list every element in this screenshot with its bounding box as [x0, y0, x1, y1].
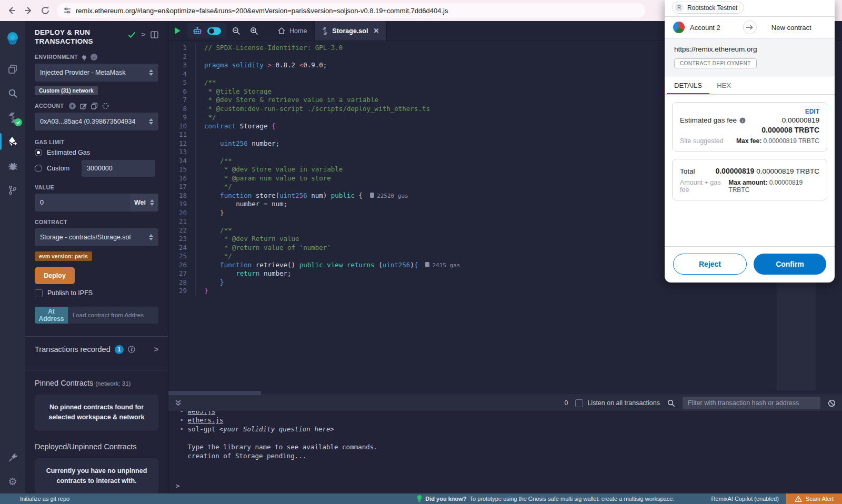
chevron-right-icon[interactable]: > [154, 345, 158, 354]
tx-type-badge: CONTRACT DEPLOYMENT [674, 58, 757, 68]
zoom-out-icon[interactable] [227, 21, 245, 41]
value-unit-select[interactable]: Wei [130, 194, 158, 211]
terminal-line: creation of Storage pending... [176, 451, 842, 460]
copilot-status[interactable]: RemixAI Copilot (enabled) [711, 496, 778, 502]
terminal-line: Type the library name to see available c… [176, 442, 842, 451]
terminal-line: • web3.js [176, 411, 842, 416]
publish-ipfs-checkbox[interactable] [35, 289, 43, 297]
info-icon[interactable]: i [739, 117, 746, 124]
site-suggested-label: Site suggested [680, 137, 724, 145]
add-account-icon[interactable] [69, 103, 76, 109]
custom-gas-input[interactable] [82, 160, 155, 177]
gas-limit-label: GAS LIMIT [35, 139, 65, 145]
transactions-recorded-row[interactable]: Transactions recorded 1 i > [25, 337, 168, 362]
gas-fee-value: 0.00000819 [782, 116, 819, 124]
at-address-button[interactable]: At Address [35, 307, 68, 324]
evm-version-badge: evm version: paris [35, 251, 92, 261]
scam-alert-button[interactable]: Scam Alert [786, 493, 842, 504]
edit-gas-link[interactable]: EDIT [680, 108, 819, 115]
value-input[interactable] [35, 194, 130, 211]
collapse-terminal-icon[interactable] [175, 399, 182, 407]
terminal-body[interactable]: • web3.js • ethers.js • sol-gpt <your So… [168, 411, 842, 493]
listen-all-transactions-label: Listen on all transactions [587, 399, 660, 407]
reject-button[interactable]: Reject [673, 254, 747, 275]
ai-robot-icon[interactable] [193, 27, 202, 35]
code-line: 29} [168, 287, 842, 296]
remix-logo [0, 24, 25, 53]
select-arrows-icon [149, 118, 153, 125]
git-init-status[interactable]: Initialize as git repo [0, 496, 69, 502]
at-address-input[interactable] [68, 307, 158, 324]
tab-details[interactable]: DETAILS [667, 77, 709, 94]
url-text: remix.ethereum.org/#lang=en&optimize=fal… [76, 7, 448, 15]
site-settings-icon[interactable] [63, 6, 72, 15]
clear-console-icon[interactable] [828, 399, 836, 407]
sidebar-item-solidity-compiler[interactable] [0, 105, 25, 129]
terminal-tx-count: 0 [564, 399, 568, 407]
columns-icon[interactable] [151, 31, 158, 38]
terminal: 0 Listen on all transactions • web3.js •… [168, 395, 842, 493]
terminal-line: • ethers.js [176, 416, 842, 425]
tab-storage-sol[interactable]: Storage.sol ✕ [315, 21, 387, 41]
custom-gas-radio[interactable] [35, 165, 42, 172]
network-initial-icon: R [675, 3, 684, 12]
close-tab-icon[interactable]: ✕ [373, 27, 379, 35]
forward-icon[interactable] [23, 5, 34, 16]
sidebar-item-deploy-and-run[interactable] [0, 129, 25, 154]
pinned-contracts-heading: Pinned Contracts (network: 31) [25, 370, 168, 389]
sign-message-icon[interactable] [80, 103, 87, 109]
sidebar-item-plugin-manager[interactable] [0, 445, 25, 469]
spinner-icon [102, 103, 109, 109]
network-pill[interactable]: R Rootstock Testnet [672, 2, 744, 14]
terminal-filter-input[interactable] [683, 397, 820, 409]
sidebar-item-search[interactable] [0, 81, 25, 105]
listen-all-transactions-checkbox[interactable] [575, 399, 583, 407]
confirm-button[interactable]: Confirm [754, 254, 826, 275]
copilot-toggle[interactable] [207, 27, 221, 35]
contract-select[interactable]: Storage - contracts/Storage.sol [35, 228, 158, 246]
dapp-origin: https://remix.ethereum.org [674, 45, 825, 53]
sidebar-item-debugger[interactable] [0, 154, 25, 178]
deployed-contracts-empty: Currently you have no unpinned contracts… [35, 458, 158, 494]
account-select[interactable]: 0xA03...85ac4 (0.398673504934 [35, 113, 158, 130]
horizontal-scrollbar[interactable] [168, 391, 261, 395]
to-contract: New contract [757, 24, 827, 32]
did-you-know: Did you know? To prototype using the Gno… [417, 495, 674, 502]
terminal-lines: • web3.js • ethers.js • sol-gpt <your So… [176, 412, 842, 460]
compile-success-badge [14, 118, 22, 126]
total-card: Total 0.00000819 0.00000819 TRBTC Amount… [672, 159, 827, 200]
reload-icon[interactable] [40, 5, 51, 16]
gas-fee-card: EDIT Estimated gas fee i 0.00000819 0.00… [672, 102, 827, 152]
estimated-gas-radio[interactable] [35, 149, 42, 156]
warning-icon [795, 496, 802, 502]
plug-icon[interactable] [81, 54, 87, 61]
sidebar-item-git[interactable] [0, 178, 25, 202]
address-bar[interactable]: remix.ethereum.org/#lang=en&optimize=fal… [57, 3, 645, 18]
info-outline-icon[interactable]: i [128, 346, 135, 353]
status-bar: Initialize as git repo Did you know? To … [0, 493, 842, 504]
deployed-contracts-heading: Deployed/Unpinned Contracts [25, 434, 168, 453]
total-label: Total [680, 167, 695, 175]
publish-ipfs-label: Publish to IPFS [47, 289, 93, 297]
sidebar-item-settings[interactable]: ⚙ [0, 469, 25, 493]
pinned-contracts-empty: No pinned contracts found for selected w… [35, 395, 158, 431]
lightbulb-icon [417, 495, 422, 502]
terminal-prompt[interactable]: > [176, 481, 842, 490]
deploy-button[interactable]: Deploy [35, 267, 75, 284]
sidebar-item-file-explorer[interactable] [0, 57, 25, 81]
gear-icon: ⚙ [8, 476, 17, 488]
environment-select[interactable]: Injected Provider - MetaMask [35, 64, 158, 82]
chevron-right-icon[interactable]: > [141, 31, 145, 38]
copy-address-icon[interactable] [91, 103, 98, 109]
select-arrows-icon [149, 69, 153, 76]
zoom-in-icon[interactable] [245, 21, 263, 41]
tab-hex[interactable]: HEX [709, 77, 738, 94]
transactions-recorded-label: Transactions recorded [35, 345, 111, 354]
gas-pump-icon [370, 193, 374, 198]
info-icon[interactable]: i [91, 54, 97, 61]
back-icon[interactable] [6, 5, 17, 16]
tab-home[interactable]: Home [270, 21, 315, 41]
search-icon[interactable] [667, 399, 675, 407]
run-script-button[interactable] [168, 21, 186, 41]
gas-fee-label: Estimated gas fee [680, 116, 737, 124]
